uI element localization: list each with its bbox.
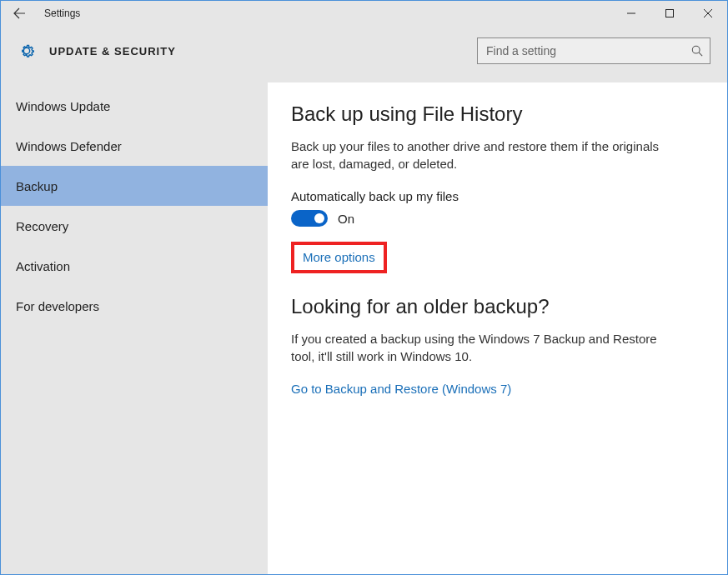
section-desc-backup: Back up your files to another drive and … (291, 138, 675, 172)
maximize-button[interactable] (650, 1, 689, 26)
svg-rect-0 (666, 10, 674, 18)
minimize-button[interactable] (612, 1, 650, 26)
sidebar-item-backup[interactable]: Backup (1, 166, 268, 206)
sidebar-item-for-developers[interactable]: For developers (1, 286, 268, 326)
svg-point-1 (692, 46, 700, 53)
sidebar-item-windows-defender[interactable]: Windows Defender (1, 126, 268, 166)
window-controls (612, 1, 727, 26)
sidebar-item-label: Backup (16, 179, 58, 193)
sidebar-item-label: Windows Defender (16, 139, 122, 153)
toggle-label: Automatically back up my files (291, 189, 704, 203)
settings-window: Settings UPDATE & SECURITY Find a settin… (0, 0, 728, 575)
close-button[interactable] (689, 1, 727, 26)
page-title: UPDATE & SECURITY (49, 45, 176, 58)
toggle-state: On (338, 212, 354, 226)
sidebar-item-activation[interactable]: Activation (1, 246, 268, 286)
body: Windows UpdateWindows DefenderBackupReco… (1, 82, 727, 574)
titlebar-left: Settings (1, 1, 80, 26)
sidebar-item-label: For developers (16, 299, 99, 313)
toggle-row: On (291, 210, 704, 227)
arrow-left-icon (13, 7, 26, 20)
section-title-older: Looking for an older backup? (291, 295, 704, 318)
search-icon (691, 45, 703, 57)
auto-backup-toggle[interactable] (291, 210, 328, 227)
content-area: Back up using File History Back up your … (268, 82, 727, 574)
sidebar-item-label: Windows Update (16, 99, 110, 113)
back-button[interactable] (1, 1, 38, 26)
maximize-icon (665, 9, 674, 18)
sidebar-item-windows-update[interactable]: Windows Update (1, 86, 268, 126)
header-left: UPDATE & SECURITY (18, 42, 176, 60)
highlight-box: More options (291, 242, 387, 273)
section-title-backup: Back up using File History (291, 102, 704, 126)
sidebar-item-label: Recovery (16, 219, 68, 233)
legacy-backup-link[interactable]: Go to Backup and Restore (Windows 7) (291, 382, 511, 396)
sidebar: Windows UpdateWindows DefenderBackupReco… (1, 82, 268, 574)
minimize-icon (627, 9, 635, 18)
sidebar-item-label: Activation (16, 259, 70, 273)
section-desc-older: If you created a backup using the Window… (291, 330, 675, 365)
more-options-link[interactable]: More options (303, 250, 375, 264)
search-input[interactable]: Find a setting (477, 38, 710, 64)
toggle-knob (314, 213, 324, 223)
search-placeholder: Find a setting (486, 44, 556, 58)
header: UPDATE & SECURITY Find a setting (1, 26, 727, 82)
close-icon (704, 9, 712, 18)
titlebar: Settings (1, 1, 727, 26)
window-title: Settings (44, 8, 80, 19)
gear-icon (18, 42, 36, 60)
sidebar-item-recovery[interactable]: Recovery (1, 206, 268, 246)
